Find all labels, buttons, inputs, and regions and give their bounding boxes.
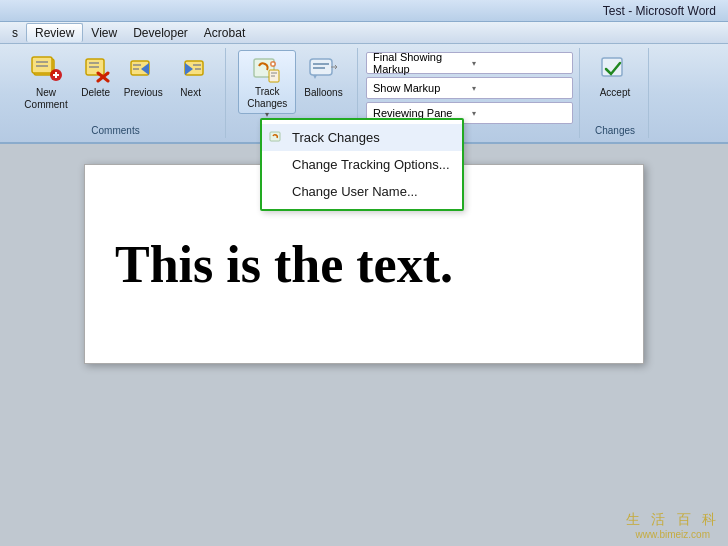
- ribbon: NewComment Delete: [0, 44, 728, 144]
- show-markup-value: Show Markup: [373, 82, 468, 94]
- dropdown-item-user-name[interactable]: Change User Name...: [262, 178, 462, 205]
- svg-rect-33: [270, 132, 280, 141]
- track-changes-item-icon: [268, 129, 286, 147]
- tracking-buttons: TrackChanges ▾ Balloons: [238, 50, 346, 122]
- menu-item-developer[interactable]: Developer: [125, 24, 196, 42]
- menu-bar: s Review View Developer Acrobat: [0, 22, 728, 44]
- dropdown-item-track-changes[interactable]: Track Changes: [262, 124, 462, 151]
- display-mode-arrow: ▾: [472, 59, 567, 68]
- previous-label: Previous: [124, 87, 163, 99]
- delete-icon: [80, 53, 112, 85]
- user-name-label: Change User Name...: [292, 184, 418, 199]
- track-changes-icon: [251, 54, 283, 86]
- show-markup-dropdown[interactable]: Show Markup ▾: [366, 77, 573, 99]
- menu-item-review[interactable]: Review: [26, 23, 83, 42]
- accept-label: Accept: [600, 87, 631, 99]
- show-markup-arrow: ▾: [472, 84, 567, 93]
- next-button[interactable]: Next: [171, 50, 211, 114]
- svg-rect-1: [32, 57, 52, 73]
- reviewing-pane-arrow: ▾: [472, 109, 567, 118]
- tracking-options-label: Change Tracking Options...: [292, 157, 450, 172]
- balloons-label: Balloons: [304, 87, 342, 99]
- comments-group-label: Comments: [6, 125, 225, 136]
- menu-item-acrobat[interactable]: Acrobat: [196, 24, 253, 42]
- track-changes-dropdown: Track Changes Change Tracking Options...…: [260, 118, 464, 211]
- delete-button[interactable]: Delete: [76, 50, 116, 114]
- window-title: Test - Microsoft Word: [603, 4, 716, 18]
- display-mode-value: Final Showing Markup: [373, 51, 468, 75]
- dropdown-item-tracking-options[interactable]: Change Tracking Options...: [262, 151, 462, 178]
- track-changes-item-label: Track Changes: [292, 130, 380, 145]
- display-mode-dropdown[interactable]: Final Showing Markup ▾: [366, 52, 573, 74]
- svg-marker-30: [313, 75, 317, 79]
- document-text: This is the text.: [115, 235, 453, 294]
- track-changes-button[interactable]: TrackChanges ▾: [238, 50, 296, 114]
- ribbon-group-comments: NewComment Delete: [6, 48, 226, 138]
- next-label: Next: [180, 87, 201, 99]
- watermark-chinese: 生 活 百 科: [626, 511, 721, 529]
- accept-button[interactable]: Accept: [590, 50, 640, 114]
- track-changes-label: TrackChanges: [247, 86, 287, 110]
- new-comment-label: NewComment: [24, 87, 67, 111]
- delete-label: Delete: [81, 87, 110, 99]
- watermark-url: www.bimeiz.com: [636, 529, 710, 540]
- balloons-icon: [307, 53, 339, 85]
- previous-icon: [127, 53, 159, 85]
- balloons-button[interactable]: Balloons: [300, 50, 346, 114]
- accept-icon: [599, 53, 631, 85]
- previous-button[interactable]: Previous: [120, 50, 167, 114]
- changes-group-label: Changes: [582, 125, 648, 136]
- menu-item-s[interactable]: s: [4, 24, 26, 42]
- ribbon-group-changes: Accept Changes: [582, 48, 649, 138]
- svg-rect-27: [310, 59, 332, 75]
- new-comment-button[interactable]: NewComment: [20, 50, 71, 114]
- new-comment-icon: [30, 53, 62, 85]
- menu-item-view[interactable]: View: [83, 24, 125, 42]
- title-bar: Test - Microsoft Word: [0, 0, 728, 22]
- comments-buttons: NewComment Delete: [20, 50, 210, 122]
- next-icon: [175, 53, 207, 85]
- watermark: 生 活 百 科 www.bimeiz.com: [626, 511, 721, 540]
